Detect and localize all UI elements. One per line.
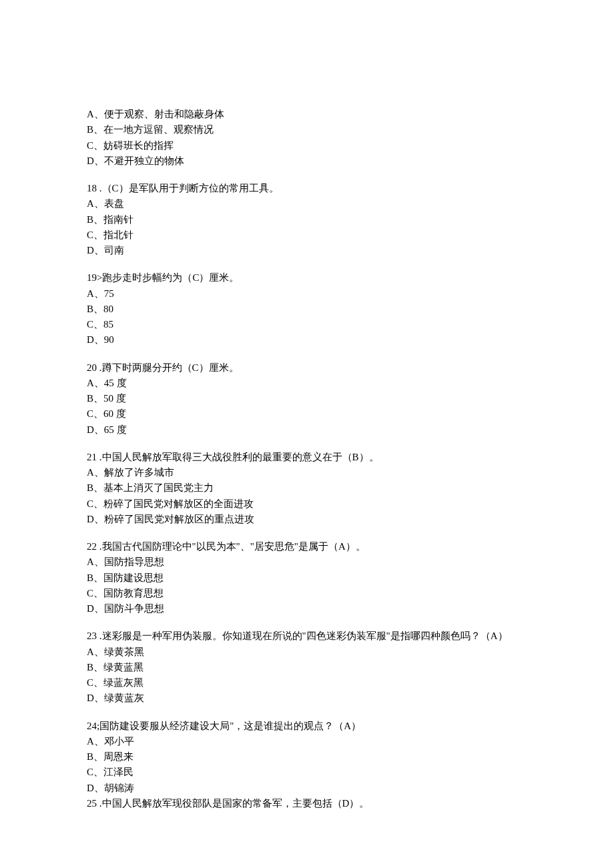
question-20: 20 .蹲下时两腿分开约（C）厘米。 A、45 度 B、50 度 C、60 度 … [87, 360, 527, 438]
question-text: 20 .蹲下时两腿分开约（C）厘米。 [87, 360, 527, 376]
option-a: A、便于观察、射击和隐蔽身体 [87, 107, 527, 122]
option-b: B、基本上消灭了国民党主力 [87, 480, 527, 496]
option-c: C、国防教育思想 [87, 586, 527, 601]
option-c: C、妨碍班长的指挥 [87, 138, 527, 153]
option-c: C、绿蓝灰黑 [87, 675, 527, 691]
question-22: 22 .我国古代国防理论中"以民为本"、"居安思危"是属于（A）。 A、国防指导… [87, 539, 527, 616]
option-c: C、指北针 [87, 228, 527, 243]
question-21: 21 .中国人民解放军取得三大战役胜利的最重要的意义在于（B）。 A、解放了许多… [87, 450, 527, 527]
option-b: B、在一地方逗留、观察情况 [87, 122, 527, 137]
question-text: 22 .我国古代国防理论中"以民为本"、"居安思危"是属于（A）。 [87, 539, 527, 554]
option-d: D、不避开独立的物体 [87, 153, 527, 169]
option-b: B、周恩来 [87, 749, 527, 765]
question-24: 24;国防建设要服从经济建设大局"，这是谁提出的观点？（A） A、邓小平 B、周… [87, 719, 527, 812]
option-a: A、表盘 [87, 196, 527, 211]
question-text: 24;国防建设要服从经济建设大局"，这是谁提出的观点？（A） [87, 719, 527, 734]
option-a: A、75 [87, 286, 527, 302]
option-d: D、粉碎了国民党对解放区的重点进攻 [87, 512, 527, 527]
question-18: 18 .（C）是军队用于判断方位的常用工具。 A、表盘 B、指南针 C、指北针 … [87, 181, 527, 258]
question-17-options: A、便于观察、射击和隐蔽身体 B、在一地方逗留、观察情况 C、妨碍班长的指挥 D… [87, 107, 527, 169]
option-b: B、80 [87, 302, 527, 317]
option-a: A、国防指导思想 [87, 554, 527, 570]
option-a: A、邓小平 [87, 734, 527, 749]
option-d: D、胡锦涛 [87, 781, 527, 796]
question-25-text: 25 .中国人民解放军现役部队是国家的常备军，主要包括（D）。 [87, 796, 527, 811]
option-d: D、司南 [87, 243, 527, 258]
option-a: A、45 度 [87, 376, 527, 391]
option-b: B、国防建设思想 [87, 570, 527, 586]
option-a: A、绿黄茶黑 [87, 644, 527, 660]
option-c: C、江泽民 [87, 765, 527, 780]
option-d: D、65 度 [87, 422, 527, 438]
option-d: D、90 [87, 332, 527, 348]
question-text: 21 .中国人民解放军取得三大战役胜利的最重要的意义在于（B）。 [87, 450, 527, 465]
option-c: C、60 度 [87, 406, 527, 422]
option-d: D、绿黄蓝灰 [87, 691, 527, 706]
question-text: 19>跑步走时步幅约为（C）厘米。 [87, 270, 527, 286]
option-a: A、解放了许多城市 [87, 465, 527, 480]
option-c: C、85 [87, 317, 527, 332]
question-text: 18 .（C）是军队用于判断方位的常用工具。 [87, 181, 527, 196]
question-19: 19>跑步走时步幅约为（C）厘米。 A、75 B、80 C、85 D、90 [87, 270, 527, 348]
option-b: B、绿黄蓝黑 [87, 660, 527, 675]
question-23: 23 .迷彩服是一种军用伪装服。你知道现在所说的"四色迷彩伪装军服"是指哪四种颜… [87, 628, 527, 706]
option-c: C、粉碎了国民党对解放区的全面进攻 [87, 496, 527, 512]
option-b: B、指南针 [87, 212, 527, 228]
question-text: 23 .迷彩服是一种军用伪装服。你知道现在所说的"四色迷彩伪装军服"是指哪四种颜… [87, 628, 527, 644]
option-d: D、国防斗争思想 [87, 601, 527, 616]
option-b: B、50 度 [87, 391, 527, 406]
